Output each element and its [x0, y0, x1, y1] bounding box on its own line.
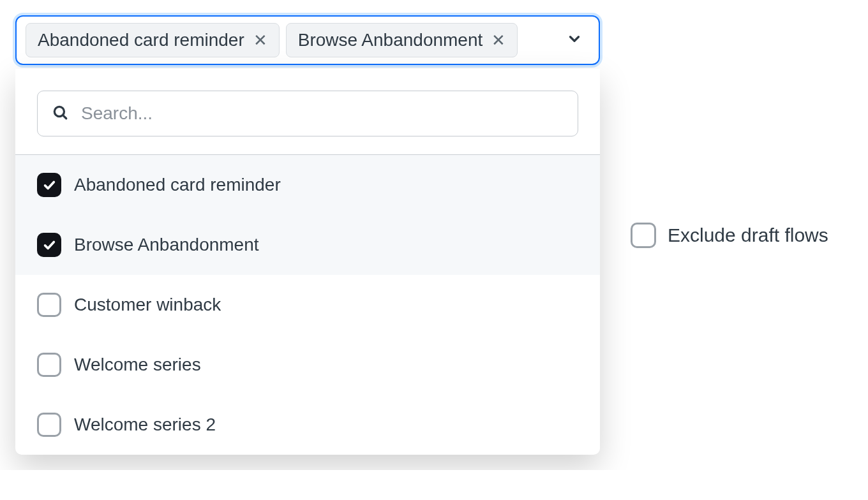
selected-chip[interactable]: Abandoned card reminder ✕ [26, 23, 280, 57]
search-field[interactable] [37, 91, 578, 136]
flow-multiselect[interactable]: Abandoned card reminder ✕ Browse Anbando… [15, 15, 600, 455]
dropdown-panel: Abandoned card reminder Browse Anbandonm… [15, 69, 600, 455]
dropdown-toggle[interactable] [559, 31, 590, 50]
option-label: Customer winback [74, 295, 221, 315]
option-label: Welcome series 2 [74, 415, 216, 435]
chip-label: Abandoned card reminder [38, 30, 244, 50]
checkbox-unchecked-icon[interactable] [37, 413, 61, 437]
checkbox-unchecked-icon[interactable] [37, 353, 61, 377]
option-row[interactable]: Customer winback [15, 275, 600, 335]
chip-label: Browse Anbandonment [298, 30, 483, 50]
checkbox-unchecked-icon[interactable] [37, 293, 61, 317]
exclude-label: Exclude draft flows [668, 224, 828, 246]
checkbox-unchecked-icon[interactable] [631, 223, 656, 248]
option-row[interactable]: Abandoned card reminder [15, 155, 600, 215]
multiselect-box[interactable]: Abandoned card reminder ✕ Browse Anbando… [15, 15, 600, 65]
option-label: Browse Anbandonment [74, 235, 259, 255]
option-row[interactable]: Welcome series [15, 335, 600, 395]
remove-chip-icon[interactable]: ✕ [491, 32, 505, 48]
search-icon [52, 104, 68, 123]
option-row[interactable]: Welcome series 2 [15, 395, 600, 455]
chevron-down-icon [566, 31, 583, 50]
remove-chip-icon[interactable]: ✕ [253, 32, 267, 48]
exclude-draft-flows-checkbox[interactable]: Exclude draft flows [631, 223, 828, 248]
checkbox-checked-icon[interactable] [37, 233, 61, 257]
search-input[interactable] [80, 103, 564, 124]
option-label: Welcome series [74, 355, 201, 375]
option-label: Abandoned card reminder [74, 175, 281, 195]
svg-line-1 [63, 115, 66, 119]
selected-chip[interactable]: Browse Anbandonment ✕ [286, 23, 518, 57]
checkbox-checked-icon[interactable] [37, 173, 61, 197]
option-row[interactable]: Browse Anbandonment [15, 215, 600, 275]
